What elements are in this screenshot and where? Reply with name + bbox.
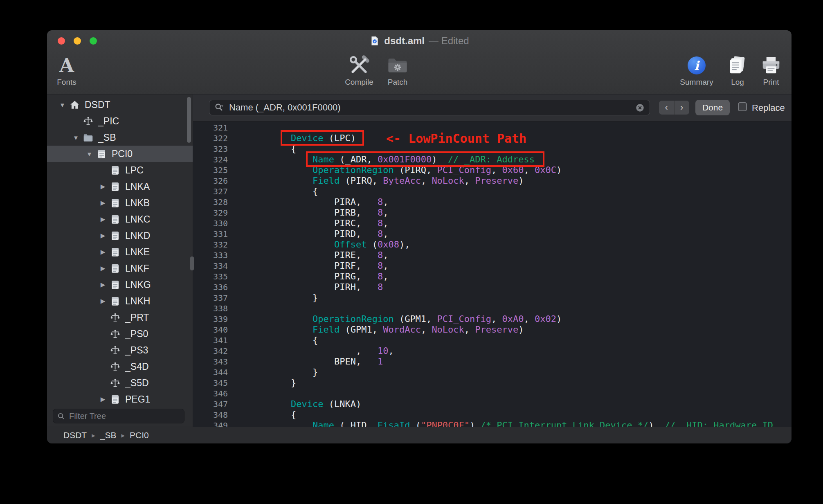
code-line: 333 PIRE, 8,: [193, 250, 792, 261]
tree-item-label: _S5D: [125, 378, 149, 389]
breadcrumb-separator: ▸: [121, 431, 125, 440]
sidebar-scrollbar-thumb[interactable]: [187, 97, 191, 143]
tree-item-PCI0[interactable]: ▼PCI0: [47, 146, 193, 162]
line-number: 325: [193, 165, 228, 176]
editor-pane: ‹ › Done Replace 321322 Device (LPC)323 …: [193, 94, 792, 427]
tree-item-LNKB[interactable]: ▶LNKB: [47, 195, 193, 211]
line-code: PIRD, 8,: [247, 229, 388, 239]
disclosure-triangle-icon[interactable]: ▼: [69, 134, 83, 141]
device-icon: [110, 296, 124, 307]
code-line: 334 PIRF, 8,: [193, 261, 792, 271]
tree-item-_PS3[interactable]: _PS3: [47, 342, 193, 358]
tree-item-LPC[interactable]: LPC: [47, 162, 193, 178]
clear-search-icon[interactable]: [635, 103, 645, 112]
compile-button[interactable]: Compile: [339, 53, 380, 87]
tree-item-_PS0[interactable]: _PS0: [47, 326, 193, 342]
tree-item-LNKF[interactable]: ▶LNKF: [47, 260, 193, 277]
line-code: OperationRegion (PIRQ, PCI_Config, 0x60,…: [247, 165, 562, 176]
code-line: 322 Device (LPC): [193, 133, 792, 144]
disclosure-triangle-icon[interactable]: ▶: [96, 216, 110, 223]
tree-item-_S5D[interactable]: _S5D: [47, 375, 193, 391]
edited-indicator: — Edited: [429, 35, 469, 47]
disclosure-triangle-icon[interactable]: ▶: [96, 297, 110, 305]
code-line: 335 PIRG, 8,: [193, 271, 792, 282]
disclosure-triangle-icon[interactable]: ▶: [96, 281, 110, 288]
tree-item-LNKE[interactable]: ▶LNKE: [47, 244, 193, 260]
search-menu-icon[interactable]: [214, 103, 224, 112]
line-number: 338: [193, 303, 228, 314]
breadcrumb-separator: ▸: [92, 431, 95, 440]
line-code: , 10,: [247, 346, 394, 356]
disclosure-triangle-icon[interactable]: ▼: [56, 101, 69, 108]
close-button[interactable]: [58, 37, 65, 45]
line-number: 334: [193, 261, 228, 271]
disclosure-triangle-icon[interactable]: ▼: [83, 151, 96, 158]
minimize-button[interactable]: [74, 37, 81, 45]
tree-item-LNKA[interactable]: ▶LNKA: [47, 178, 193, 195]
line-number: 343: [193, 356, 228, 367]
breadcrumb-item-DSDT[interactable]: DSDT: [63, 430, 87, 440]
sidebar-tree: ▼DSDT_PIC▼_SB▼PCI0LPC▶LNKA▶LNKB▶LNKC▶LNK…: [47, 97, 193, 407]
main-content: ▼DSDT_PIC▼_SB▼PCI0LPC▶LNKA▶LNKB▶LNKC▶LNK…: [47, 94, 792, 427]
tree-item-LNKG[interactable]: ▶LNKG: [47, 277, 193, 293]
next-match-button[interactable]: ›: [675, 101, 690, 115]
code-editor[interactable]: 321322 Device (LPC)323 {324 Name (_ADR, …: [193, 122, 792, 427]
summary-label: Summary: [680, 78, 713, 87]
disclosure-triangle-icon[interactable]: ▶: [96, 396, 110, 403]
print-button[interactable]: Print: [751, 53, 792, 87]
code-line: 348 {: [193, 410, 792, 420]
tree-item-PEG1[interactable]: ▶PEG1: [47, 391, 193, 407]
search-input[interactable]: [228, 102, 631, 113]
line-code: Device (LPC): [247, 133, 356, 144]
code-line: 326 Field (PIRQ, ByteAcc, NoLock, Preser…: [193, 176, 792, 186]
tree-item-DSDT[interactable]: ▼DSDT: [47, 97, 193, 113]
line-number: 349: [193, 420, 228, 427]
disclosure-triangle-icon[interactable]: ▶: [96, 248, 110, 256]
line-code: PIRB, 8,: [247, 207, 388, 218]
code-line: 328 PIRA, 8,: [193, 197, 792, 207]
tree-item-_PRT[interactable]: _PRT: [47, 309, 193, 326]
disclosure-triangle-icon[interactable]: ▶: [96, 199, 110, 207]
tree-item-label: LNKA: [125, 181, 150, 192]
compile-label: Compile: [345, 78, 373, 87]
line-code: {: [247, 410, 296, 420]
line-number: 341: [193, 335, 228, 346]
patch-button[interactable]: Patch: [377, 53, 418, 87]
line-number: 348: [193, 410, 228, 420]
device-icon: [110, 198, 124, 209]
disclosure-triangle-icon[interactable]: ▶: [96, 183, 110, 190]
tree-item-_SB[interactable]: ▼_SB: [47, 129, 193, 146]
pane-splitter-handle[interactable]: [190, 256, 194, 270]
toolbar: A Fonts Compile: [47, 52, 792, 94]
line-number: 333: [193, 250, 228, 261]
printer-icon: [760, 53, 782, 78]
disclosure-triangle-icon[interactable]: ▶: [96, 265, 110, 272]
summary-button[interactable]: i Summary: [676, 53, 717, 87]
tree-item-_PIC[interactable]: _PIC: [47, 113, 193, 129]
tree-item-_S4D[interactable]: _S4D: [47, 358, 193, 375]
tree-item-LNKH[interactable]: ▶LNKH: [47, 293, 193, 309]
replace-checkbox[interactable]: [738, 102, 747, 111]
breadcrumb-item-_SB[interactable]: _SB: [100, 430, 117, 440]
done-button[interactable]: Done: [695, 100, 730, 115]
method-icon: [110, 361, 124, 372]
method-icon: [83, 116, 97, 127]
disclosure-triangle-icon[interactable]: ▶: [96, 232, 110, 239]
code-line: 341 {: [193, 335, 792, 346]
line-number: 337: [193, 292, 228, 303]
tree-item-LNKC[interactable]: ▶LNKC: [47, 211, 193, 227]
code-line: 346: [193, 388, 792, 399]
replace-label: Replace: [752, 94, 785, 121]
fonts-button[interactable]: A Fonts: [47, 53, 86, 87]
filter-tree-input[interactable]: [68, 411, 180, 421]
line-code: PIRC, 8,: [247, 218, 388, 229]
tree-item-LNKD[interactable]: ▶LNKD: [47, 227, 193, 244]
line-code: Field (PIRQ, ByteAcc, NoLock, Preserve): [247, 176, 524, 186]
method-icon: [110, 345, 124, 356]
breadcrumb-item-PCI0[interactable]: PCI0: [130, 430, 149, 440]
home-icon: [69, 99, 84, 110]
filter-search-icon: [57, 412, 65, 420]
previous-match-button[interactable]: ‹: [659, 101, 675, 115]
zoom-button[interactable]: [90, 37, 97, 45]
fonts-icon: A: [59, 56, 74, 75]
